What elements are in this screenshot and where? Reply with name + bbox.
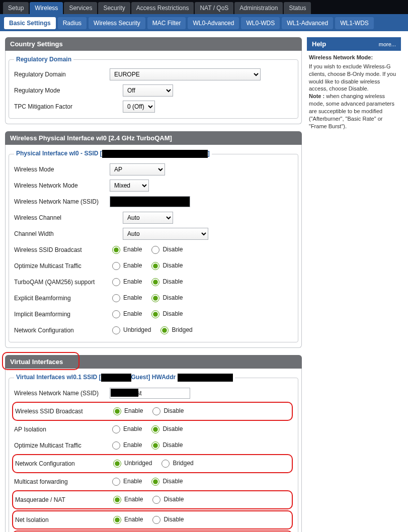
v-multi-enable-radio[interactable]: Enable [110,440,142,450]
topnav-administration[interactable]: Administration [234,2,283,14]
sub-nav: Basic SettingsRadiusWireless SecurityMAC… [0,14,408,31]
v-apiso-disable-radio[interactable]: Disable [149,424,183,433]
v-masq-enable-radio[interactable]: Enable [111,494,143,504]
phy-multi-enable-radio[interactable]: Enable [110,260,142,270]
vssid-label: Wireless Network Name (SSID) [14,390,110,397]
reg-domain-label: Regulatory Domain [14,71,110,78]
topnav-nat-qos[interactable]: NAT / QoS [195,2,233,14]
v-bcast-enable-radio[interactable]: Enable [111,406,143,415]
virt-title-highlight [2,352,79,370]
top-nav: SetupWirelessServicesSecurityAccess Rest… [0,0,408,14]
virt-interface-panel: Virtual Interfaces Virtual Interfaces wl… [5,355,302,532]
country-settings-title: Country Settings [5,37,302,51]
subnav-basic-settings[interactable]: Basic Settings [4,17,56,29]
v-masq-disable-radio[interactable]: Disable [150,494,184,504]
topnav-services[interactable]: Services [64,2,97,14]
wwidth-select[interactable]: Auto [123,228,208,240]
v-apiso-label: AP Isolation [14,426,110,433]
country-settings-panel: Country Settings Regulatory Domain Regul… [5,37,302,124]
v-netcfg-unbridged-radio[interactable]: Unbridged [111,458,152,468]
phy-ibf-label: Implicit Beamforming [14,311,110,318]
virt-interface-group: Virtual Interfaces wl0.1 SSID [Guest] HW… [9,374,298,532]
phy-netcfg-bridged-radio[interactable]: Bridged [158,325,192,334]
topnav-access-restrictions[interactable]: Access Restrictions [131,2,194,14]
subnav-wl0-advanced[interactable]: WL0-Advanced [188,17,239,29]
wssid-label: Wireless Network Name (SSID) [14,198,110,205]
v-apiso-enable-radio[interactable]: Enable [110,424,142,433]
phy-bcast-enable-radio[interactable]: Enable [110,244,142,254]
subnav-wl1-advanced[interactable]: WL1-Advanced [282,17,333,29]
v-mfwd-enable-radio[interactable]: Enable [110,476,142,486]
phy-ebf-label: Explicit Beamforming [14,295,110,302]
topnav-wireless[interactable]: Wireless [30,2,63,14]
wnetmode-label: Wireless Network Mode [14,182,110,189]
subnav-wireless-security[interactable]: Wireless Security [89,17,145,29]
phy-ebf-enable-radio[interactable]: Enable [110,293,142,302]
v-netiso-enable-radio[interactable]: Enable [111,514,143,524]
phy-ibf-enable-radio[interactable]: Enable [110,309,142,318]
phy-interface-group: Physical Interface wl0 - SSID [] Wireles… [9,150,298,342]
phy-turbo-enable-radio[interactable]: Enable [110,277,142,286]
phy-ibf-disable-radio[interactable]: Disable [149,309,183,318]
subnav-mac-filter[interactable]: MAC Filter [147,17,186,29]
phy-multi-disable-radio[interactable]: Disable [149,260,183,270]
subnav-radius[interactable]: Radius [58,17,87,29]
topnav-setup[interactable]: Setup [3,2,29,14]
phy-turbo-disable-radio[interactable]: Disable [149,277,183,286]
phy-bcast-disable-radio[interactable]: Disable [149,244,183,254]
help-note: Note : when changing wireless mode, some… [309,93,399,130]
phy-turbo-label: TurboQAM (QAM256) support [14,279,110,286]
v-bcast-label: Wireless SSID Broadcast [15,408,111,415]
regulatory-domain-group: Regulatory Domain Regulatory Domain EURO… [9,56,298,119]
topnav-security[interactable]: Security [98,2,130,14]
phy-bcast-label: Wireless SSID Broadcast [14,246,110,253]
wnetmode-select[interactable]: Mixed [110,180,149,192]
reg-mode-select[interactable]: Off [123,84,173,97]
phy-netcfg-label: Network Configuration [14,327,110,334]
v-netiso-disable-radio[interactable]: Disable [150,514,184,524]
wwidth-label: Channel Width [14,230,110,237]
v-netcfg-bridged-radio[interactable]: Bridged [159,458,193,468]
help-panel: Help more... Wireless Network Mode: If y… [307,37,401,133]
reg-domain-select[interactable]: EUROPE [110,68,261,80]
subnav-wl1-wds[interactable]: WL1-WDS [335,17,374,29]
wssid-input[interactable] [110,196,190,207]
wmode-select[interactable]: AP [110,163,165,175]
wchan-select[interactable]: Auto [123,212,173,224]
reg-mode-label: Regulatory Mode [14,87,110,94]
phy-netcfg-unbridged-radio[interactable]: Unbridged [110,325,151,334]
phy-interface-title: Wireless Physical Interface wl0 [2.4 GHz… [5,131,302,145]
v-mfwd-label: Multicast forwarding [14,478,110,485]
wmode-label: Wireless Mode [14,166,110,173]
topnav-status[interactable]: Status [284,2,311,14]
v-mfwd-disable-radio[interactable]: Disable [149,476,183,486]
v-multi-disable-radio[interactable]: Disable [149,440,183,450]
v-masq-label: Masquerade / NAT [15,496,111,503]
subnav-wl0-wds[interactable]: WL0-WDS [241,17,280,29]
v-netcfg-label: Network Configuration [15,460,111,467]
tpc-label: TPC Mitigation Factor [14,103,110,110]
phy-interface-legend: Physical Interface wl0 - SSID [] [14,150,212,158]
phy-interface-panel: Wireless Physical Interface wl0 [2.4 GHz… [5,131,302,348]
regulatory-domain-legend: Regulatory Domain [14,56,73,63]
v-multi-label: Optimize Multicast Traffic [14,442,110,449]
help-title: Help [312,40,326,48]
help-more-link[interactable]: more... [379,41,396,47]
phy-multi-label: Optimize Multicast Traffic [14,262,110,270]
virt-interface-legend: Virtual Interfaces wl0.1 SSID [Guest] HW… [14,374,235,382]
help-heading: Wireless Network Mode: [309,54,399,61]
v-bcast-disable-radio[interactable]: Disable [150,406,184,415]
help-body-text: If you wish to exclude Wireless-G client… [309,63,399,93]
wchan-label: Wireless Channel [14,214,110,221]
tpc-select[interactable]: 0 (Off) [123,101,155,113]
v-netiso-label: Net Isolation [15,516,111,523]
phy-ebf-disable-radio[interactable]: Disable [149,293,183,302]
